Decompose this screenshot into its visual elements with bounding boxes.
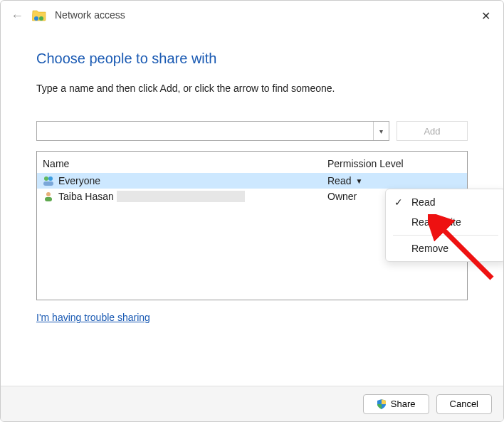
menu-label: Read/Write: [411, 216, 461, 228]
share-button[interactable]: Share: [363, 394, 429, 414]
back-arrow-icon[interactable]: ←: [11, 8, 23, 22]
svg-point-1: [39, 16, 43, 21]
group-icon: [43, 175, 54, 186]
menu-label: Read: [411, 196, 435, 208]
svg-point-0: [34, 16, 38, 21]
person-combobox[interactable]: ▾: [36, 121, 389, 141]
check-icon: ✓: [393, 196, 404, 208]
chevron-down-icon: ▼: [355, 177, 362, 185]
menu-item-read[interactable]: ✓ Read: [386, 192, 504, 212]
add-person-row: ▾ Add: [36, 121, 468, 141]
add-button[interactable]: Add: [397, 121, 468, 141]
svg-point-2: [44, 176, 48, 181]
titlebar: ← Network access: [1, 1, 503, 29]
table-header: Name Permission Level: [37, 152, 467, 173]
row-name: Everyone: [58, 175, 100, 186]
row-name: Taiba Hasan: [58, 191, 114, 202]
col-header-perm[interactable]: Permission Level: [327, 158, 461, 169]
user-icon: [43, 191, 54, 202]
menu-item-remove[interactable]: Remove: [386, 238, 504, 258]
row-perm: Read: [327, 175, 351, 186]
svg-point-5: [46, 192, 51, 196]
trouble-sharing-link[interactable]: I'm having trouble sharing: [36, 312, 150, 323]
svg-rect-6: [45, 197, 52, 201]
page-heading: Choose people to share with: [36, 51, 468, 67]
content-area: Choose people to share with Type a name …: [1, 29, 503, 323]
chevron-down-icon[interactable]: ▾: [373, 122, 389, 140]
menu-item-readwrite[interactable]: Read/Write: [386, 212, 504, 232]
menu-label: Remove: [411, 243, 448, 254]
share-table: Name Permission Level Everyone Read ▼ Ta…: [36, 151, 468, 300]
page-subtext: Type a name and then click Add, or click…: [36, 83, 468, 94]
permission-cell[interactable]: Read ▼: [327, 175, 461, 186]
share-label: Share: [391, 399, 416, 409]
close-button[interactable]: ✕: [481, 11, 490, 22]
folder-share-icon: [32, 9, 46, 21]
svg-point-3: [48, 176, 53, 181]
shield-icon: [377, 399, 387, 409]
dialog-footer: Share Cancel: [1, 386, 503, 421]
window-title: Network access: [55, 9, 125, 21]
svg-rect-4: [43, 181, 53, 186]
permission-menu: ✓ Read Read/Write Remove: [385, 189, 504, 262]
col-header-name[interactable]: Name: [43, 158, 327, 169]
table-row[interactable]: Everyone Read ▼: [37, 173, 467, 189]
cancel-button[interactable]: Cancel: [436, 394, 492, 414]
row-perm: Owner: [327, 191, 357, 202]
person-input[interactable]: [37, 122, 373, 140]
menu-separator: [393, 235, 498, 236]
redacted-area: [117, 191, 245, 202]
